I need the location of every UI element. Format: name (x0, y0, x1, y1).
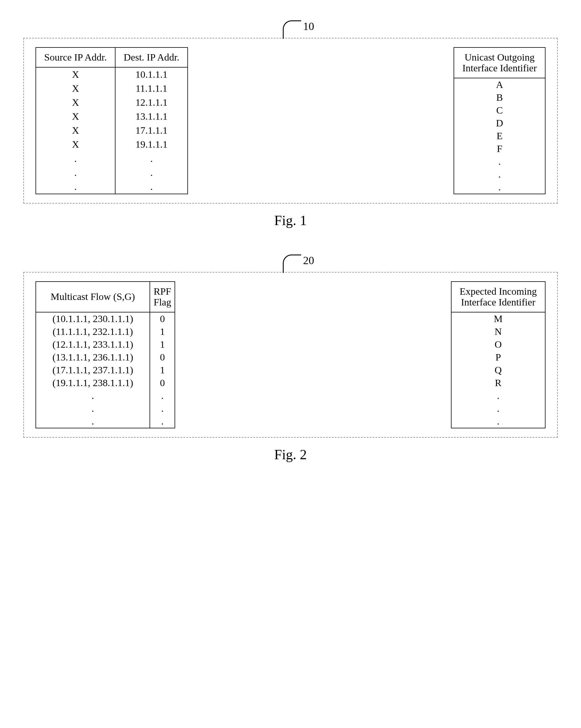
table-cell: . (150, 415, 175, 428)
table-cell: R (451, 376, 545, 389)
figure-1-right-table: Unicast OutgoingInterface Identifier ABC… (453, 47, 546, 194)
figure-2-callout: 20 (23, 252, 558, 272)
table-cell: Q (451, 364, 545, 376)
table-row: .. (36, 180, 188, 194)
table-row: X12.1.1.1 (36, 96, 188, 109)
table-cell: . (150, 402, 175, 415)
figure-2-container: 20 Multicast Flow (S,G) RPFFlag (10.1.1.… (23, 252, 558, 462)
table-header: Dest. IP Addr. (115, 48, 188, 67)
table-row: (13.1.1.1, 236.1.1.1)0 (36, 351, 175, 364)
table-row: F (454, 142, 545, 155)
table-row: D (454, 117, 545, 130)
table-header: Source IP Addr. (36, 48, 115, 67)
table-row: . (454, 155, 545, 168)
figure-1-left-table: Source IP Addr. Dest. IP Addr. X10.1.1.1… (35, 47, 188, 194)
figure-1-box: Source IP Addr. Dest. IP Addr. X10.1.1.1… (23, 38, 558, 204)
table-row: .. (36, 151, 188, 165)
table-row: .. (36, 402, 175, 415)
table-row: X19.1.1.1 (36, 137, 188, 151)
table-row: .. (36, 389, 175, 402)
table-cell: 1 (150, 325, 175, 338)
table-cell: (19.1.1.1, 238.1.1.1) (36, 376, 150, 389)
table-header: RPFFlag (150, 282, 175, 312)
table-row: .. (36, 415, 175, 428)
table-cell: X (36, 96, 115, 109)
table-row: P (451, 351, 545, 364)
table-row: . (454, 181, 545, 194)
table-cell: 13.1.1.1 (115, 109, 188, 124)
table-cell: B (454, 91, 545, 104)
figure-2-caption: Fig. 2 (23, 446, 558, 462)
figure-1-container: 10 Source IP Addr. Dest. IP Addr. X10.1.… (23, 18, 558, 228)
table-cell: . (451, 415, 545, 428)
table-cell: A (454, 78, 545, 91)
table-cell: 0 (150, 351, 175, 364)
table-cell: . (115, 180, 188, 194)
table-cell: . (36, 415, 150, 428)
table-cell: X (36, 67, 115, 81)
table-row: X17.1.1.1 (36, 124, 188, 137)
table-cell: . (454, 168, 545, 181)
table-row: (19.1.1.1, 238.1.1.1)0 (36, 376, 175, 389)
table-cell: . (150, 389, 175, 402)
table-cell: (13.1.1.1, 236.1.1.1) (36, 351, 150, 364)
table-row: (10.1.1.1, 230.1.1.1)0 (36, 312, 175, 325)
figure-1-callout-label: 10 (303, 20, 314, 33)
table-cell: 19.1.1.1 (115, 137, 188, 151)
table-cell: 12.1.1.1 (115, 96, 188, 109)
table-cell: F (454, 142, 545, 155)
table-row: . (454, 168, 545, 181)
table-row: A (454, 78, 545, 91)
table-row: .. (36, 166, 188, 180)
figure-1-callout: 10 (23, 18, 558, 38)
table-cell: . (451, 389, 545, 402)
table-cell: (17.1.1.1, 237.1.1.1) (36, 364, 150, 376)
table-cell: 0 (150, 312, 175, 325)
table-cell: . (36, 180, 115, 194)
callout-bracket (280, 255, 298, 273)
table-cell: (10.1.1.1, 230.1.1.1) (36, 312, 150, 325)
table-row: Q (451, 364, 545, 376)
table-cell: O (451, 338, 545, 351)
table-cell: 17.1.1.1 (115, 124, 188, 137)
table-header: Multicast Flow (S,G) (36, 282, 150, 312)
table-cell: X (36, 137, 115, 151)
table-cell: 0 (150, 376, 175, 389)
table-cell: M (451, 312, 545, 325)
table-row: (11.1.1.1, 232.1.1.1)1 (36, 325, 175, 338)
table-header: Expected IncomingInterface Identifier (451, 282, 545, 312)
figure-2-right-table: Expected IncomingInterface Identifier MN… (451, 281, 546, 428)
table-cell: X (36, 124, 115, 137)
table-row: . (451, 402, 545, 415)
table-cell: 1 (150, 364, 175, 376)
table-cell: X (36, 109, 115, 124)
table-cell: . (115, 166, 188, 180)
figure-1-caption: Fig. 1 (23, 212, 558, 228)
table-cell: D (454, 117, 545, 130)
table-cell: . (115, 151, 188, 165)
table-row: X13.1.1.1 (36, 109, 188, 124)
table-cell: E (454, 130, 545, 142)
table-row: . (451, 415, 545, 428)
callout-bracket (280, 20, 298, 39)
table-row: B (454, 91, 545, 104)
table-cell: (11.1.1.1, 232.1.1.1) (36, 325, 150, 338)
table-cell: (12.1.1.1, 233.1.1.1) (36, 338, 150, 351)
table-row: (17.1.1.1, 237.1.1.1)1 (36, 364, 175, 376)
table-row: N (451, 325, 545, 338)
table-cell: P (451, 351, 545, 364)
table-cell: N (451, 325, 545, 338)
figure-2-box: Multicast Flow (S,G) RPFFlag (10.1.1.1, … (23, 272, 558, 438)
table-row: O (451, 338, 545, 351)
table-cell: X (36, 81, 115, 96)
table-row: X11.1.1.1 (36, 81, 188, 96)
table-cell: . (36, 166, 115, 180)
table-row: E (454, 130, 545, 142)
table-row: R (451, 376, 545, 389)
figure-2-left-table: Multicast Flow (S,G) RPFFlag (10.1.1.1, … (35, 281, 175, 428)
table-cell: . (36, 402, 150, 415)
table-cell: . (36, 389, 150, 402)
table-cell: . (454, 155, 545, 168)
table-cell: . (451, 402, 545, 415)
table-row: X10.1.1.1 (36, 67, 188, 81)
